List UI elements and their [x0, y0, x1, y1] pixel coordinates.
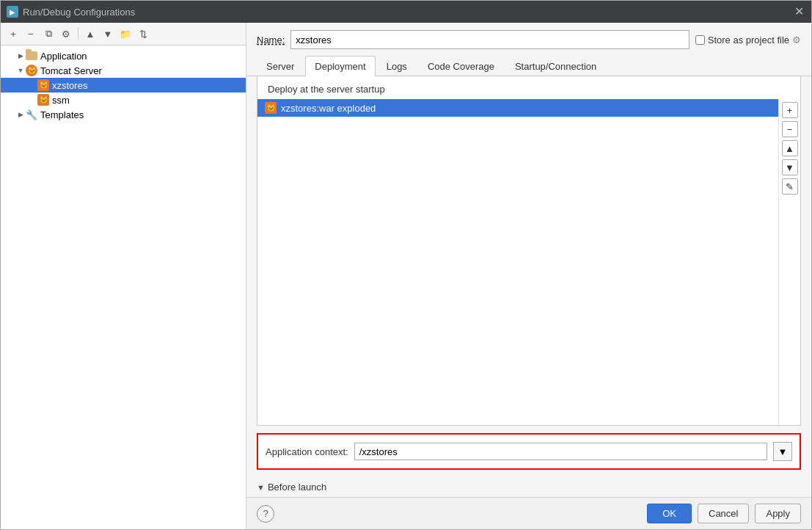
deploy-up-button[interactable]: ▲ — [782, 140, 798, 156]
footer-left: ? — [257, 505, 274, 523]
tomcat-icon: 🐱 — [26, 65, 37, 76]
app-context-dropdown[interactable]: ▼ — [773, 442, 792, 461]
move-down-button[interactable]: ▼ — [100, 26, 116, 42]
ok-button[interactable]: OK — [647, 504, 692, 523]
title-bar-left: ▶ Run/Debug Configurations — [7, 6, 135, 18]
application-icon — [26, 50, 37, 62]
store-checkbox[interactable] — [695, 35, 705, 45]
dialog-footer: ? OK Cancel Apply — [246, 497, 811, 529]
deploy-down-button[interactable]: ▼ — [782, 159, 798, 175]
dialog-icon: ▶ — [7, 6, 18, 18]
app-context-row: Application context: ▼ — [257, 433, 801, 470]
move-up-button[interactable]: ▲ — [82, 26, 98, 42]
add-config-button[interactable]: + — [5, 26, 21, 42]
tab-bar: Server Deployment Logs Code Coverage Sta… — [246, 55, 811, 76]
sidebar-item-xzstores[interactable]: ▶ 🐱 xzstores — [1, 78, 246, 92]
tab-startup-connection[interactable]: Startup/Connection — [505, 56, 606, 76]
sidebar-item-ssm[interactable]: ▶ 🐱 ssm — [1, 92, 246, 107]
xzstores-label: xzstores — [52, 80, 87, 91]
templates-icon: 🔧 — [26, 109, 37, 120]
settings-button[interactable]: ⚙ — [58, 26, 74, 42]
cancel-button[interactable]: Cancel — [698, 504, 749, 523]
deploy-item-icon: 🐱 — [265, 102, 277, 114]
sidebar-item-templates[interactable]: ▶ 🔧 Templates — [1, 107, 246, 122]
settings-icon: ⚙ — [792, 35, 801, 46]
separator-1 — [78, 27, 78, 40]
templates-arrow: ▶ — [15, 109, 26, 120]
sidebar-item-application[interactable]: ▶ Application — [1, 48, 246, 63]
tomcat-arrow: ▼ — [15, 65, 26, 76]
name-input[interactable] — [290, 30, 689, 49]
sidebar-item-tomcat[interactable]: ▼ 🐱 Tomcat Server — [1, 63, 246, 78]
tomcat-label: Tomcat Server — [40, 65, 102, 76]
run-debug-dialog: ▶ Run/Debug Configurations ✕ + − ⧉ ⚙ ▲ ▼… — [0, 0, 812, 530]
tab-deployment[interactable]: Deployment — [305, 56, 375, 76]
deploy-remove-button[interactable]: − — [782, 121, 798, 137]
sort-button[interactable]: ⇅ — [135, 26, 151, 42]
dropdown-arrow-icon: ▼ — [778, 446, 788, 457]
list-with-buttons: 🐱 xzstores:war exploded + − ▲ ▼ ✎ — [257, 99, 800, 425]
application-arrow: ▶ — [15, 51, 26, 61]
deploy-list: 🐱 xzstores:war exploded — [257, 99, 778, 425]
copy-config-button[interactable]: ⧉ — [40, 26, 56, 42]
name-label: Name: — [257, 35, 285, 46]
ssm-icon: 🐱 — [37, 94, 49, 106]
application-label: Application — [40, 51, 87, 62]
deploy-edit-button[interactable]: ✎ — [782, 178, 798, 195]
close-button[interactable]: ✕ — [793, 6, 805, 18]
xzstores-icon: 🐱 — [37, 79, 49, 91]
name-row: Name: Store as project file ⚙ — [246, 23, 811, 55]
sidebar: + − ⧉ ⚙ ▲ ▼ 📁 ⇅ ▶ Application — [1, 23, 246, 529]
store-checkbox-label: Store as project file — [708, 35, 789, 46]
folder-button[interactable]: 📁 — [117, 26, 133, 42]
tab-content: Deploy at the server startup 🐱 xzstores:… — [257, 76, 801, 426]
deploy-header: Deploy at the server startup — [257, 76, 800, 99]
tab-server[interactable]: Server — [257, 56, 304, 76]
ssm-label: ssm — [52, 95, 70, 106]
before-launch[interactable]: ▼ Before launch — [246, 477, 811, 497]
deploy-item-xzstores[interactable]: 🐱 xzstores:war exploded — [257, 99, 778, 117]
footer-right: OK Cancel Apply — [647, 504, 801, 523]
app-context-input[interactable] — [354, 443, 767, 460]
templates-label: Templates — [40, 109, 84, 120]
tab-code-coverage[interactable]: Code Coverage — [418, 56, 504, 76]
remove-config-button[interactable]: − — [23, 26, 39, 42]
main-content: + − ⧉ ⚙ ▲ ▼ 📁 ⇅ ▶ Application — [1, 23, 811, 529]
store-checkbox-container: Store as project file ⚙ — [695, 35, 801, 46]
deploy-add-button[interactable]: + — [782, 102, 798, 118]
before-launch-arrow: ▼ — [257, 483, 265, 492]
apply-button[interactable]: Apply — [755, 504, 801, 523]
sidebar-tree: ▶ Application ▼ 🐱 Tomcat Server ▶ — [1, 46, 246, 529]
list-side-buttons: + − ▲ ▼ ✎ — [778, 99, 800, 425]
sidebar-toolbar: + − ⧉ ⚙ ▲ ▼ 📁 ⇅ — [1, 23, 246, 46]
dialog-title: Run/Debug Configurations — [23, 7, 135, 18]
title-bar: ▶ Run/Debug Configurations ✕ — [1, 1, 811, 23]
bottom-section: Application context: ▼ — [246, 426, 811, 477]
before-launch-label: Before launch — [268, 482, 326, 493]
tab-logs[interactable]: Logs — [377, 56, 417, 76]
help-button[interactable]: ? — [257, 505, 274, 523]
deploy-item-label: xzstores:war exploded — [281, 103, 376, 114]
app-context-label: Application context: — [266, 446, 348, 457]
right-panel: Name: Store as project file ⚙ Server Dep… — [246, 23, 811, 529]
